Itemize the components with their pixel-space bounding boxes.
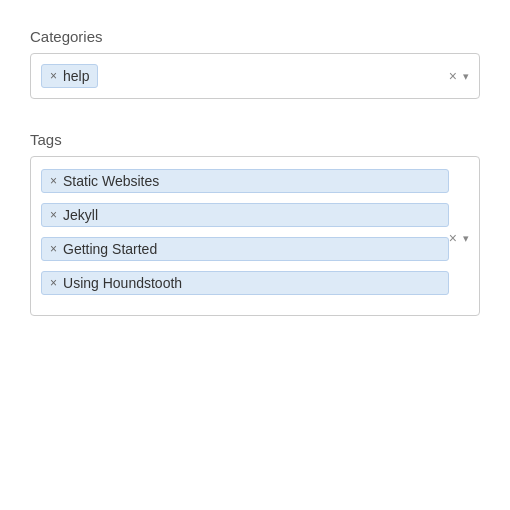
tag-chip-jekyll: × Jekyll	[41, 203, 449, 227]
category-chip-help: × help	[41, 64, 98, 88]
tag-chip-using-houndstooth: × Using Houndstooth	[41, 271, 449, 295]
tags-label: Tags	[30, 131, 480, 148]
tag-chip-remove-jekyll[interactable]: ×	[50, 208, 57, 222]
tags-select-box[interactable]: × Static Websites × Jekyll × Getting Sta…	[30, 156, 480, 316]
categories-select-box[interactable]: × help × ▾	[30, 53, 480, 99]
categories-chips-container: × help	[41, 64, 441, 88]
tag-chip-text-getting-started: Getting Started	[63, 241, 157, 257]
tag-chip-text-jekyll: Jekyll	[63, 207, 98, 223]
tag-chip-text-static-websites: Static Websites	[63, 173, 159, 189]
category-chip-text-help: help	[63, 68, 89, 84]
tags-chevron-icon[interactable]: ▾	[463, 232, 469, 245]
tag-chip-remove-getting-started[interactable]: ×	[50, 242, 57, 256]
categories-chevron-icon[interactable]: ▾	[463, 70, 469, 83]
tag-chip-remove-using-houndstooth[interactable]: ×	[50, 276, 57, 290]
tag-chip-text-using-houndstooth: Using Houndstooth	[63, 275, 182, 291]
categories-section: Categories × help × ▾	[30, 28, 480, 99]
tags-section: Tags × Static Websites × Jekyll × Gettin…	[30, 131, 480, 316]
tag-chip-getting-started: × Getting Started	[41, 237, 449, 261]
tags-controls: × ▾	[449, 226, 469, 246]
categories-clear-icon[interactable]: ×	[449, 68, 457, 84]
tag-chip-static-websites: × Static Websites	[41, 169, 449, 193]
categories-label: Categories	[30, 28, 480, 45]
tags-clear-icon[interactable]: ×	[449, 230, 457, 246]
category-chip-remove-help[interactable]: ×	[50, 69, 57, 83]
tag-chip-remove-static-websites[interactable]: ×	[50, 174, 57, 188]
tags-chips-container: × Static Websites × Jekyll × Getting Sta…	[41, 169, 449, 295]
categories-controls: × ▾	[449, 68, 469, 84]
